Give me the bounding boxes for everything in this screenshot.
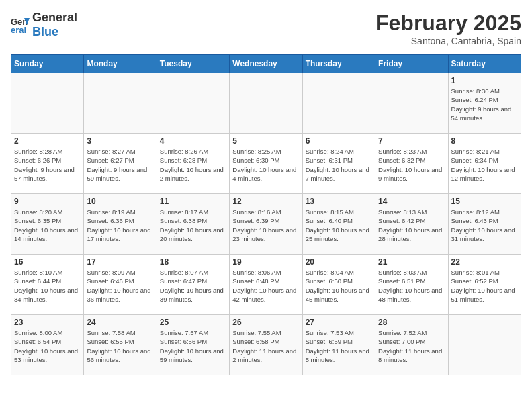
day-number: 9 bbox=[14, 197, 81, 206]
day-info: Sunrise: 8:00 AM Sunset: 6:54 PM Dayligh… bbox=[14, 328, 81, 364]
day-info: Sunrise: 8:16 AM Sunset: 6:39 PM Dayligh… bbox=[232, 208, 299, 243]
day-info: Sunrise: 7:53 AM Sunset: 6:59 PM Dayligh… bbox=[306, 328, 372, 364]
calendar-cell: 14Sunrise: 8:13 AM Sunset: 6:42 PM Dayli… bbox=[375, 194, 448, 255]
calendar-cell bbox=[11, 73, 84, 134]
day-number: 5 bbox=[232, 136, 299, 146]
header-friday: Friday bbox=[375, 55, 448, 73]
calendar-cell bbox=[157, 73, 229, 134]
day-number: 3 bbox=[87, 136, 153, 146]
logo: Gen eral General Blue bbox=[11, 11, 77, 39]
day-number: 24 bbox=[87, 318, 153, 327]
day-number: 2 bbox=[14, 136, 81, 146]
day-info: Sunrise: 8:15 AM Sunset: 6:40 PM Dayligh… bbox=[306, 208, 372, 243]
day-info: Sunrise: 8:19 AM Sunset: 6:36 PM Dayligh… bbox=[87, 208, 153, 243]
day-info: Sunrise: 7:55 AM Sunset: 6:58 PM Dayligh… bbox=[232, 328, 299, 364]
subtitle: Santona, Cantabria, Spain bbox=[375, 36, 521, 46]
calendar-cell: 10Sunrise: 8:19 AM Sunset: 6:36 PM Dayli… bbox=[84, 194, 157, 255]
day-info: Sunrise: 8:27 AM Sunset: 6:27 PM Dayligh… bbox=[87, 147, 153, 183]
calendar-header-row: SundayMondayTuesdayWednesdayThursdayFrid… bbox=[11, 55, 521, 73]
week-row-2: 9Sunrise: 8:20 AM Sunset: 6:35 PM Daylig… bbox=[11, 194, 521, 255]
header-saturday: Saturday bbox=[448, 55, 521, 73]
calendar-cell bbox=[375, 73, 448, 134]
calendar-cell: 2Sunrise: 8:28 AM Sunset: 6:26 PM Daylig… bbox=[11, 134, 84, 194]
day-number: 16 bbox=[14, 257, 81, 267]
day-number: 18 bbox=[160, 257, 226, 267]
day-number: 23 bbox=[14, 318, 81, 327]
day-number: 21 bbox=[378, 257, 445, 267]
week-row-0: 1Sunrise: 8:30 AM Sunset: 6:24 PM Daylig… bbox=[11, 73, 521, 134]
calendar-cell: 19Sunrise: 8:06 AM Sunset: 6:48 PM Dayli… bbox=[230, 255, 302, 315]
day-info: Sunrise: 8:21 AM Sunset: 6:34 PM Dayligh… bbox=[451, 147, 518, 183]
day-number: 15 bbox=[451, 197, 518, 206]
header: Gen eral General Blue February 2025 Sant… bbox=[11, 11, 521, 46]
header-thursday: Thursday bbox=[302, 55, 375, 73]
day-info: Sunrise: 8:10 AM Sunset: 6:44 PM Dayligh… bbox=[14, 268, 81, 304]
calendar-cell: 12Sunrise: 8:16 AM Sunset: 6:39 PM Dayli… bbox=[230, 194, 302, 255]
day-number: 22 bbox=[451, 257, 518, 267]
calendar-cell bbox=[302, 73, 375, 134]
calendar-cell: 13Sunrise: 8:15 AM Sunset: 6:40 PM Dayli… bbox=[302, 194, 375, 255]
day-number: 7 bbox=[378, 136, 445, 146]
calendar-cell: 17Sunrise: 8:09 AM Sunset: 6:46 PM Dayli… bbox=[84, 255, 157, 315]
header-tuesday: Tuesday bbox=[157, 55, 229, 73]
day-number: 6 bbox=[306, 136, 372, 146]
header-sunday: Sunday bbox=[11, 55, 84, 73]
calendar-cell: 1Sunrise: 8:30 AM Sunset: 6:24 PM Daylig… bbox=[448, 73, 521, 134]
day-info: Sunrise: 8:28 AM Sunset: 6:26 PM Dayligh… bbox=[14, 147, 81, 183]
logo-wordmark: General Blue bbox=[32, 11, 77, 39]
calendar-cell: 24Sunrise: 7:58 AM Sunset: 6:55 PM Dayli… bbox=[84, 315, 157, 375]
calendar-cell: 4Sunrise: 8:26 AM Sunset: 6:28 PM Daylig… bbox=[157, 134, 229, 194]
day-info: Sunrise: 8:09 AM Sunset: 6:46 PM Dayligh… bbox=[87, 268, 153, 304]
day-info: Sunrise: 8:17 AM Sunset: 6:38 PM Dayligh… bbox=[160, 208, 226, 243]
calendar-cell: 6Sunrise: 8:24 AM Sunset: 6:31 PM Daylig… bbox=[302, 134, 375, 194]
day-info: Sunrise: 8:01 AM Sunset: 6:52 PM Dayligh… bbox=[451, 268, 518, 304]
day-number: 10 bbox=[87, 197, 153, 206]
day-info: Sunrise: 8:03 AM Sunset: 6:51 PM Dayligh… bbox=[378, 268, 445, 304]
day-number: 26 bbox=[232, 318, 299, 327]
calendar-cell: 20Sunrise: 8:04 AM Sunset: 6:50 PM Dayli… bbox=[302, 255, 375, 315]
calendar-cell: 27Sunrise: 7:53 AM Sunset: 6:59 PM Dayli… bbox=[302, 315, 375, 375]
calendar-table: SundayMondayTuesdayWednesdayThursdayFrid… bbox=[11, 54, 521, 375]
calendar-cell: 15Sunrise: 8:12 AM Sunset: 6:43 PM Dayli… bbox=[448, 194, 521, 255]
calendar-cell: 22Sunrise: 8:01 AM Sunset: 6:52 PM Dayli… bbox=[448, 255, 521, 315]
day-info: Sunrise: 7:57 AM Sunset: 6:56 PM Dayligh… bbox=[160, 328, 226, 364]
day-info: Sunrise: 8:23 AM Sunset: 6:32 PM Dayligh… bbox=[378, 147, 445, 183]
day-number: 27 bbox=[306, 318, 372, 327]
day-info: Sunrise: 7:58 AM Sunset: 6:55 PM Dayligh… bbox=[87, 328, 153, 364]
day-info: Sunrise: 8:06 AM Sunset: 6:48 PM Dayligh… bbox=[232, 268, 299, 304]
day-number: 1 bbox=[451, 76, 518, 85]
day-info: Sunrise: 8:24 AM Sunset: 6:31 PM Dayligh… bbox=[306, 147, 372, 183]
calendar-cell: 8Sunrise: 8:21 AM Sunset: 6:34 PM Daylig… bbox=[448, 134, 521, 194]
day-number: 20 bbox=[306, 257, 372, 267]
calendar-cell: 26Sunrise: 7:55 AM Sunset: 6:58 PM Dayli… bbox=[230, 315, 302, 375]
week-row-3: 16Sunrise: 8:10 AM Sunset: 6:44 PM Dayli… bbox=[11, 255, 521, 315]
day-number: 11 bbox=[160, 197, 226, 206]
week-row-1: 2Sunrise: 8:28 AM Sunset: 6:26 PM Daylig… bbox=[11, 134, 521, 194]
day-info: Sunrise: 8:30 AM Sunset: 6:24 PM Dayligh… bbox=[451, 87, 518, 122]
calendar-cell: 7Sunrise: 8:23 AM Sunset: 6:32 PM Daylig… bbox=[375, 134, 448, 194]
day-info: Sunrise: 8:25 AM Sunset: 6:30 PM Dayligh… bbox=[232, 147, 299, 183]
calendar-cell: 9Sunrise: 8:20 AM Sunset: 6:35 PM Daylig… bbox=[11, 194, 84, 255]
calendar-cell: 5Sunrise: 8:25 AM Sunset: 6:30 PM Daylig… bbox=[230, 134, 302, 194]
day-number: 4 bbox=[160, 136, 226, 146]
title-block: February 2025 Santona, Cantabria, Spain bbox=[375, 11, 521, 46]
logo-icon: Gen eral bbox=[11, 15, 30, 34]
day-number: 12 bbox=[232, 197, 299, 206]
calendar-cell bbox=[448, 315, 521, 375]
day-number: 25 bbox=[160, 318, 226, 327]
day-info: Sunrise: 8:07 AM Sunset: 6:47 PM Dayligh… bbox=[160, 268, 226, 304]
week-row-4: 23Sunrise: 8:00 AM Sunset: 6:54 PM Dayli… bbox=[11, 315, 521, 375]
day-info: Sunrise: 8:12 AM Sunset: 6:43 PM Dayligh… bbox=[451, 208, 518, 243]
calendar-cell: 11Sunrise: 8:17 AM Sunset: 6:38 PM Dayli… bbox=[157, 194, 229, 255]
day-number: 17 bbox=[87, 257, 153, 267]
day-number: 14 bbox=[378, 197, 445, 206]
logo-general: General bbox=[32, 11, 77, 24]
calendar-cell: 25Sunrise: 7:57 AM Sunset: 6:56 PM Dayli… bbox=[157, 315, 229, 375]
calendar-cell: 16Sunrise: 8:10 AM Sunset: 6:44 PM Dayli… bbox=[11, 255, 84, 315]
calendar-cell: 18Sunrise: 8:07 AM Sunset: 6:47 PM Dayli… bbox=[157, 255, 229, 315]
calendar-cell: 21Sunrise: 8:03 AM Sunset: 6:51 PM Dayli… bbox=[375, 255, 448, 315]
header-wednesday: Wednesday bbox=[230, 55, 302, 73]
calendar-cell bbox=[230, 73, 302, 134]
day-info: Sunrise: 8:26 AM Sunset: 6:28 PM Dayligh… bbox=[160, 147, 226, 183]
logo-blue: Blue bbox=[32, 25, 58, 38]
